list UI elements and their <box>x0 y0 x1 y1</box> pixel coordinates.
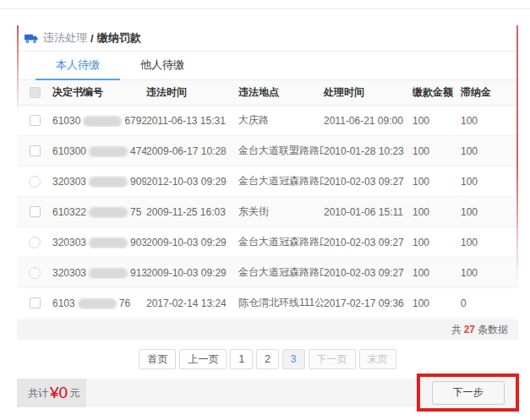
redaction-blur <box>89 268 128 279</box>
table-row: 610306792242011-06-13 15:31大庆路2011-06-21… <box>17 106 518 136</box>
table-row: 6103762017-02-14 13:24陈仓渭北环线111公里...2017… <box>17 288 518 319</box>
row-select-cell <box>17 115 52 126</box>
doc-number-cell: 6103004745 <box>52 145 146 157</box>
violation-time-cell: 2009-10-03 09:29 <box>146 267 238 279</box>
violation-location-cell: 金台大道冠森路路口1... <box>238 265 324 280</box>
breadcrumb-current: 缴纳罚款 <box>97 30 141 46</box>
doc-number-suffix: 903 <box>130 237 146 248</box>
doc-number-suffix: 4745 <box>130 145 146 157</box>
tab-self-pending[interactable]: 本人待缴 <box>36 52 120 80</box>
total-label: 共计 <box>28 386 48 401</box>
record-count-value: 27 <box>464 324 475 335</box>
row-select-cell <box>17 176 52 188</box>
total-amount-box: 共计 ¥0 元 <box>17 379 86 407</box>
row-select-cell <box>17 267 52 279</box>
late-fee-cell: 100 <box>461 176 518 188</box>
select-all-checkbox[interactable] <box>30 87 41 98</box>
late-fee-cell: 100 <box>461 237 518 248</box>
row-select-cell <box>17 297 52 308</box>
pager-page-3[interactable]: 3 <box>282 349 305 369</box>
breadcrumb: 违法处理 / 缴纳罚款 <box>17 25 518 52</box>
violation-location-cell: 陈仓渭北环线111公里... <box>238 296 324 310</box>
process-time-cell: 2010-02-03 09:27 <box>324 267 413 279</box>
row-select-cell <box>17 145 52 156</box>
table-row: 3203039032009-10-03 09:29金台大道冠森路路口1...20… <box>17 227 518 258</box>
redaction-blur <box>89 146 128 157</box>
record-count-suffix: 条数据 <box>478 324 508 335</box>
row-checkbox[interactable] <box>30 206 41 217</box>
doc-number-suffix: 75 <box>130 206 141 218</box>
row-checkbox[interactable] <box>30 297 41 308</box>
truck-icon <box>25 33 38 44</box>
doc-number-cell: 320303903 <box>52 237 146 248</box>
pager-first[interactable]: 首页 <box>139 349 176 369</box>
tab-bar: 本人待缴 他人待缴 <box>17 52 518 80</box>
violation-time-cell: 2011-06-13 15:31 <box>146 115 238 127</box>
process-time-cell: 2010-01-06 15:11 <box>324 206 413 218</box>
pager-page-2[interactable]: 2 <box>256 349 279 369</box>
row-radio[interactable] <box>29 267 41 279</box>
pager-last: 末页 <box>359 349 396 369</box>
doc-number-cell: 61032275 <box>52 206 146 218</box>
redaction-blur <box>89 207 128 218</box>
violation-time-cell: 2009-06-17 10:28 <box>146 145 238 157</box>
fine-amount-cell: 100 <box>413 145 461 157</box>
col-header-location: 违法地点 <box>238 85 324 100</box>
breadcrumb-separator: / <box>90 32 94 45</box>
table-body: 610306792242011-06-13 15:31大庆路2011-06-21… <box>17 106 518 319</box>
row-select-cell <box>17 206 52 217</box>
doc-number-suffix: 909 <box>130 176 146 188</box>
process-time-cell: 2010-02-03 09:27 <box>324 176 413 188</box>
row-checkbox[interactable] <box>30 145 41 156</box>
col-header-late-fee: 滞纳金 <box>461 85 518 100</box>
process-time-cell: 2010-01-28 10:23 <box>324 145 413 157</box>
col-header-doc-number: 决定书编号 <box>52 85 146 100</box>
total-amount: ¥0 <box>50 384 68 402</box>
breadcrumb-section[interactable]: 违法处理 <box>43 30 87 46</box>
fine-amount-cell: 100 <box>413 115 461 127</box>
violation-location-cell: 东关街 <box>238 205 324 219</box>
pager-page-1[interactable]: 1 <box>230 349 253 369</box>
violation-time-cell: 2012-10-03 09:29 <box>146 176 238 188</box>
fine-amount-cell: 100 <box>413 267 461 279</box>
late-fee-cell: 100 <box>461 206 518 218</box>
page-top-divider <box>0 8 530 9</box>
redaction-blur <box>83 116 122 127</box>
doc-number-prefix: 610300 <box>52 145 86 157</box>
col-header-fine-amount: 缴款金额 <box>413 85 461 100</box>
col-header-process-time: 处理时间 <box>324 85 413 100</box>
next-step-button[interactable]: 下一步 <box>432 381 505 405</box>
row-select-cell <box>17 237 52 248</box>
doc-number-cell: 610376 <box>52 297 146 309</box>
main-panel: 违法处理 / 缴纳罚款 本人待缴 他人待缴 决定书编号 违法时间 违法地点 处理… <box>17 25 518 369</box>
redaction-blur <box>89 177 128 188</box>
process-time-cell: 2010-02-03 09:27 <box>324 237 413 248</box>
total-unit: 元 <box>69 386 79 401</box>
pager-prev[interactable]: 上一页 <box>179 349 227 369</box>
violation-location-cell: 金台大道联盟路路口 <box>238 144 324 158</box>
doc-number-prefix: 610322 <box>52 206 86 218</box>
table-header: 决定书编号 违法时间 违法地点 处理时间 缴款金额 滞纳金 <box>17 80 518 106</box>
late-fee-cell: 100 <box>461 267 518 279</box>
violation-time-cell: 2009-10-03 09:29 <box>146 237 238 248</box>
violation-location-cell: 大庆路 <box>238 113 324 128</box>
table-row: 3203039132009-10-03 09:29金台大道冠森路路口1...20… <box>17 258 518 288</box>
redaction-blur <box>78 298 117 309</box>
row-radio[interactable] <box>29 176 41 188</box>
select-all-cell <box>17 87 52 98</box>
process-time-cell: 2017-02-17 09:36 <box>324 297 413 309</box>
row-radio[interactable] <box>29 237 41 248</box>
fine-amount-cell: 100 <box>413 297 461 309</box>
doc-number-suffix: 913 <box>130 267 146 279</box>
row-checkbox[interactable] <box>30 115 41 126</box>
doc-number-suffix: 76 <box>119 297 130 309</box>
pager-next: 下一页 <box>309 349 356 369</box>
doc-number-cell: 61030679224 <box>52 115 146 127</box>
late-fee-cell: 100 <box>461 115 518 127</box>
table-row: 61030047452009-06-17 10:28金台大道联盟路路口2010-… <box>17 136 518 166</box>
redaction-blur <box>89 237 128 248</box>
violation-time-cell: 2009-11-25 16:03 <box>146 206 238 218</box>
table-row: 3203039092012-10-03 09:29金台大道冠森路路口2010-0… <box>17 166 518 197</box>
tab-others-pending[interactable]: 他人待缴 <box>120 52 205 80</box>
annotation-highlight-box: 下一步 <box>417 374 519 412</box>
